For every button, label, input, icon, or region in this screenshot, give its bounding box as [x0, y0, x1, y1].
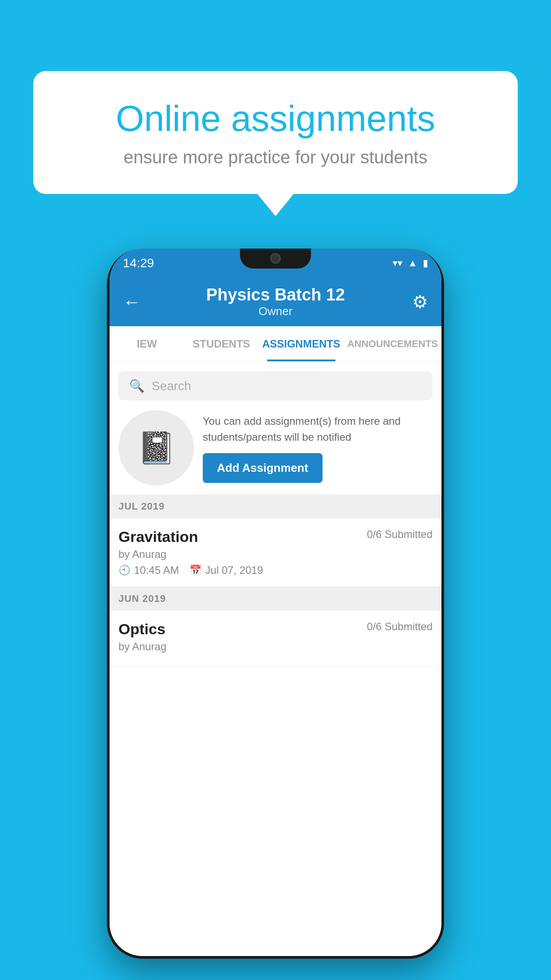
screen-content: 🔍 Search 📓 You can add assignment(s) fro…	[110, 362, 441, 956]
add-assignment-button[interactable]: Add Assignment	[203, 453, 323, 483]
camera	[270, 253, 281, 264]
calendar-icon: 📅	[189, 565, 201, 576]
assignment-name-optics: Optics	[118, 620, 165, 638]
speech-bubble-subtitle: ensure more practice for your students	[64, 147, 487, 167]
speech-bubble-area: Online assignments ensure more practice …	[33, 71, 518, 194]
clock-icon: 🕙	[118, 565, 130, 576]
tab-announcements[interactable]: ANNOUNCEMENTS	[344, 326, 441, 361]
assignment-meta: 🕙 10:45 AM 📅 Jul 07, 2019	[118, 564, 433, 577]
speech-bubble: Online assignments ensure more practice …	[33, 71, 518, 194]
app-header: ← Physics Batch 12 Owner ⚙	[110, 277, 441, 326]
wifi-icon: ▾▾	[393, 257, 402, 269]
phone-outer: 14:29 ▾▾ ▲ ▮ ← Physics Batch 12 Owner ⚙	[107, 249, 444, 959]
assignment-item-optics[interactable]: Optics 0/6 Submitted by Anurag	[110, 611, 441, 667]
tab-bar: IEW STUDENTS ASSIGNMENTS ANNOUNCEMENTS	[110, 326, 441, 362]
section-jun-2019: JUN 2019	[110, 587, 441, 611]
battery-icon: ▮	[423, 257, 428, 269]
assignment-by: by Anurag	[118, 548, 433, 561]
back-button[interactable]: ←	[123, 292, 141, 312]
search-bar[interactable]: 🔍 Search	[118, 371, 433, 400]
assignment-date: 📅 Jul 07, 2019	[189, 564, 263, 577]
assignment-name: Gravitation	[118, 528, 198, 545]
settings-icon[interactable]: ⚙	[412, 292, 428, 312]
promo-icon-circle: 📓	[118, 410, 194, 486]
search-placeholder: Search	[152, 379, 191, 393]
assignment-by-optics: by Anurag	[118, 640, 433, 653]
section-jul-2019: JUL 2019	[110, 494, 441, 518]
tab-iew[interactable]: IEW	[110, 326, 184, 361]
assignment-submitted-optics: 0/6 Submitted	[367, 620, 433, 633]
phone-notch	[240, 249, 311, 269]
notebook-icon: 📓	[137, 430, 176, 466]
header-subtitle: Owner	[206, 304, 345, 318]
assignment-time: 🕙 10:45 AM	[118, 564, 179, 577]
search-icon: 🔍	[129, 379, 145, 393]
header-center: Physics Batch 12 Owner	[206, 285, 345, 318]
assignment-row-top: Gravitation 0/6 Submitted	[118, 528, 433, 545]
status-time: 14:29	[123, 256, 154, 270]
promo-description: You can add assignment(s) from here and …	[203, 413, 433, 445]
assignment-row-top-2: Optics 0/6 Submitted	[118, 620, 433, 638]
speech-bubble-title: Online assignments	[64, 98, 487, 139]
assignment-item-gravitation[interactable]: Gravitation 0/6 Submitted by Anurag 🕙 10…	[110, 518, 441, 587]
tab-assignments[interactable]: ASSIGNMENTS	[259, 326, 344, 361]
promo-box: 📓 You can add assignment(s) from here an…	[118, 410, 433, 486]
header-title: Physics Batch 12	[206, 285, 345, 304]
promo-text-area: You can add assignment(s) from here and …	[203, 413, 433, 483]
status-icons: ▾▾ ▲ ▮	[393, 257, 428, 269]
phone-screen: 14:29 ▾▾ ▲ ▮ ← Physics Batch 12 Owner ⚙	[110, 249, 441, 956]
tab-students[interactable]: STUDENTS	[184, 326, 259, 361]
signal-icon: ▲	[408, 257, 417, 269]
phone-device: 14:29 ▾▾ ▲ ▮ ← Physics Batch 12 Owner ⚙	[107, 249, 444, 959]
assignment-submitted: 0/6 Submitted	[367, 528, 433, 541]
